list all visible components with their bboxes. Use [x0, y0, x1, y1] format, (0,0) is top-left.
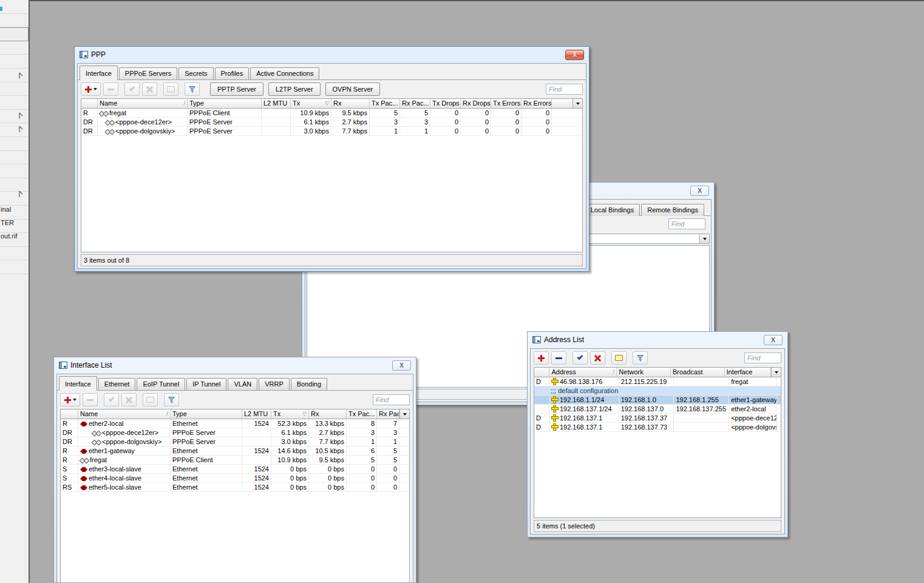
col-tx-drops[interactable]: Tx Drops [430, 99, 461, 108]
col-tx-packets[interactable]: Tx Pac... [347, 409, 377, 419]
disable-button[interactable] [142, 83, 157, 96]
address-list-titlebar[interactable]: Address List X [528, 332, 787, 348]
col-tx[interactable]: Tx▽ [271, 409, 309, 419]
column-selector-button[interactable] [572, 99, 582, 108]
comment-button[interactable] [143, 393, 158, 406]
tab-profiles[interactable]: Profiles [215, 67, 250, 79]
comment-row[interactable]: ;;; default configuration [534, 386, 781, 396]
close-button[interactable]: X [764, 335, 783, 345]
sidebar-selected-item[interactable] [0, 27, 29, 41]
table-row[interactable]: S ether4-local-slave Ethernet 1524 0 bps… [61, 474, 409, 483]
col-type[interactable]: Type [188, 99, 262, 108]
disable-button[interactable] [121, 393, 137, 406]
tab-interface[interactable]: Interface [80, 66, 118, 80]
column-selector-button[interactable] [771, 368, 781, 377]
enable-button[interactable] [104, 393, 119, 406]
table-row[interactable]: DR <pppoe-dolgovskiy> PPPoE Server 3.0 k… [81, 127, 582, 136]
col-rx[interactable]: Rx [331, 99, 370, 108]
remove-button[interactable] [551, 351, 566, 365]
col-tx-packets[interactable]: Tx Pac... [370, 99, 400, 108]
tab-ethernet[interactable]: Ethernet [98, 378, 136, 390]
table-row[interactable]: 192.168.137.1/24 192.168.137.0 192.168.1… [534, 405, 781, 414]
col-rx-errors[interactable]: Rx Errors [521, 99, 552, 108]
cell-flags: D [534, 423, 550, 431]
find-input[interactable] [744, 352, 781, 363]
col-flags[interactable] [61, 409, 78, 419]
col-flags[interactable] [534, 368, 549, 377]
find-input[interactable] [373, 394, 410, 405]
col-flags[interactable] [81, 99, 98, 108]
tab-bonding[interactable]: Bonding [291, 378, 327, 390]
find-input[interactable] [546, 84, 583, 95]
close-button[interactable]: X [565, 50, 584, 60]
table-row[interactable]: D 192.168.137.1 192.168.137.37 <pppoe-de… [534, 414, 781, 423]
table-row[interactable]: R ether1-gateway Ethernet 1524 14.6 kbps… [61, 447, 409, 456]
column-selector-button[interactable] [699, 234, 709, 243]
tab-local-bindings[interactable]: Local Bindings [585, 204, 640, 216]
tab-vlan[interactable]: VLAN [228, 378, 257, 390]
cell-name: <pppoe-dolgovskiy> [98, 127, 188, 135]
enable-button[interactable] [124, 83, 140, 96]
col-rx[interactable]: Rx [309, 409, 347, 419]
add-button[interactable] [60, 393, 80, 406]
sidebar-item-new-terminal[interactable]: inal [1, 205, 29, 214]
col-broadcast[interactable]: Broadcast [671, 368, 725, 377]
table-row[interactable]: DR <pppoe-dolgovskiy> PPPoE Server 3.0 k… [61, 437, 409, 447]
filter-button[interactable] [185, 83, 200, 96]
col-tx-errors[interactable]: Tx Errors [491, 99, 521, 108]
column-selector-button[interactable] [399, 409, 409, 419]
enable-button[interactable] [572, 351, 588, 365]
tab-eoip-tunnel[interactable]: EoIP Tunnel [137, 378, 185, 390]
interface-list-titlebar[interactable]: Interface List X [54, 357, 416, 374]
tab-pppoe-servers[interactable]: PPPoE Servers [119, 67, 177, 79]
find-input[interactable] [668, 218, 705, 229]
add-button[interactable] [534, 351, 549, 365]
col-rx-packets[interactable]: Rx Pac. [377, 409, 399, 419]
col-tx[interactable]: Tx▽ [291, 99, 331, 108]
col-rx-packets[interactable]: Rx Pac... [400, 99, 430, 108]
ppp-titlebar[interactable]: PPP X [75, 47, 589, 63]
table-row[interactable]: D 192.168.137.1 192.168.137.73 <pppoe-do… [534, 423, 781, 432]
cell-flags: R [81, 109, 98, 117]
col-interface[interactable]: Interface [725, 368, 772, 377]
col-name[interactable]: Name/ [78, 409, 171, 419]
table-row[interactable]: RS ether5-local-slave Ethernet 1524 0 bp… [61, 483, 409, 492]
tab-vrrp[interactable]: VRRP [259, 378, 290, 390]
ovpn-server-button[interactable]: OVPN Server [325, 83, 381, 96]
sidebar-item-metarouter[interactable]: TER [1, 218, 29, 227]
table-row[interactable]: DR <pppoe-dece12er> PPPoE Server 6.1 kbp… [81, 118, 582, 127]
table-row[interactable]: DR <pppoe-dece12er> PPPoE Server 6.1 kbp… [61, 428, 409, 437]
remove-button[interactable] [103, 83, 118, 96]
close-button[interactable]: X [690, 186, 709, 196]
filter-button[interactable] [633, 351, 648, 365]
disable-button[interactable] [590, 351, 605, 365]
tab-active-connections[interactable]: Active Connections [250, 67, 319, 79]
col-address[interactable]: Address/ [549, 368, 617, 377]
tab-secrets[interactable]: Secrets [178, 67, 213, 79]
filter-button[interactable] [164, 393, 179, 406]
tab-ip-tunnel[interactable]: IP Tunnel [186, 378, 226, 390]
comment-button[interactable] [163, 83, 178, 96]
table-row[interactable]: R ether2-local Ethernet 1524 52.3 kbps 1… [61, 419, 409, 428]
close-button[interactable]: X [392, 360, 411, 371]
tab-interface[interactable]: Interface [59, 376, 97, 391]
table-row[interactable]: S ether3-local-slave Ethernet 1524 0 bps… [61, 465, 409, 474]
table-row[interactable]: R fregat PPPoE Client 10.9 kbps 9.5 kbps… [61, 456, 409, 465]
comment-button[interactable] [611, 351, 627, 365]
pptp-server-button[interactable]: PPTP Server [210, 83, 263, 96]
col-l2mtu[interactable]: L2 MTU [242, 409, 271, 419]
tab-remote-bindings[interactable]: Remote Bindings [641, 204, 704, 216]
add-button[interactable] [81, 83, 101, 96]
l2tp-server-button[interactable]: L2TP Server [268, 83, 321, 96]
cell-filler [399, 483, 409, 491]
col-name[interactable]: Name/ [98, 99, 188, 108]
table-row-selected[interactable]: 192.168.1.1/24 192.168.1.0 192.168.1.255… [534, 396, 781, 405]
table-row[interactable]: D 46.98.138.176 212.115.225.19 fregat [534, 377, 781, 386]
col-network[interactable]: Network [617, 368, 671, 377]
table-row[interactable]: R fregat PPPoE Client 10.9 kbps 9.5 kbps… [81, 109, 582, 118]
col-l2mtu[interactable]: L2 MTU [262, 99, 291, 108]
col-type[interactable]: Type [171, 409, 242, 419]
remove-button[interactable] [83, 393, 98, 406]
col-rx-drops[interactable]: Rx Drops [461, 99, 491, 108]
sidebar-item-make-supout[interactable]: out.rif [1, 232, 29, 240]
